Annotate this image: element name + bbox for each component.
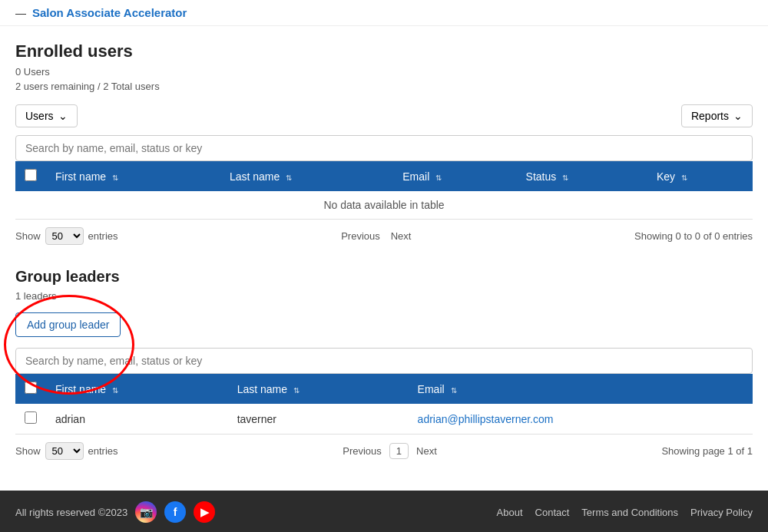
users-remaining: 2 users remaining / 2 Total users (15, 81, 753, 92)
leaders-firstname-sort-icon[interactable]: ⇅ (112, 386, 118, 395)
enrolled-entries-label: entries (88, 230, 118, 242)
email-sort-icon[interactable]: ⇅ (435, 173, 442, 182)
enrolled-next-btn[interactable]: Next (388, 229, 415, 243)
leaders-current-page: 1 (389, 443, 409, 459)
leaders-show-entries: Show 50 25 10 entries (15, 442, 118, 460)
leaders-table-footer: Show 50 25 10 entries Previous 1 Next Sh… (15, 435, 753, 468)
enrolled-toolbar: Users ⌄ Reports ⌄ (15, 104, 753, 127)
users-dropdown-label: Users (25, 110, 54, 122)
brand-link[interactable]: Salon Associate Accelerator (32, 6, 187, 19)
add-group-leader-button[interactable]: Add group leader (15, 312, 121, 337)
enrolled-showing-info: Showing 0 to 0 of 0 entries (634, 230, 753, 242)
footer-link-about[interactable]: About (497, 507, 523, 518)
enrolled-entries-select[interactable]: 50 25 10 (45, 227, 84, 245)
leaders-search-input[interactable] (15, 348, 753, 374)
group-leaders-section: Group leaders 1 leaders Add group leader… (15, 268, 753, 468)
reports-dropdown-chevron: ⌄ (733, 110, 743, 122)
leaders-select-all-checkbox[interactable] (25, 382, 37, 394)
enrolled-col-firstname: First name ⇅ (46, 161, 220, 191)
youtube-icon[interactable]: ▶ (194, 501, 215, 523)
enrolled-col-lastname: Last name ⇅ (220, 161, 393, 191)
enrolled-no-data-message: No data available in table (15, 191, 753, 220)
row-checkbox-cell (15, 404, 46, 435)
page-footer: All rights reserved ©2023 📷 f ▶ About Co… (0, 491, 768, 532)
group-leaders-title: Group leaders (15, 268, 753, 286)
row-lastname: taverner (228, 404, 409, 435)
leaders-entries-select[interactable]: 50 25 10 (45, 442, 84, 460)
status-sort-icon[interactable]: ⇅ (562, 173, 568, 182)
enrolled-col-email: Email ⇅ (393, 161, 516, 191)
reports-dropdown-button[interactable]: Reports ⌄ (681, 104, 753, 127)
row-email-link[interactable]: adrian@phillipstaverner.com (418, 413, 554, 425)
leaders-table: First name ⇅ Last name ⇅ Email ⇅ (15, 374, 753, 435)
user-count: 0 Users (15, 66, 753, 78)
brand-prefix: — (15, 7, 26, 19)
leaders-showing-info: Showing page 1 of 1 (661, 445, 753, 457)
enrolled-users-section: Enrolled users 0 Users 2 users remaining… (15, 41, 753, 253)
leaders-col-lastname: Last name ⇅ (228, 374, 409, 404)
footer-right: About Contact Terms and Conditions Priva… (497, 507, 753, 518)
footer-social: 📷 f ▶ (135, 501, 215, 523)
main-content: Enrolled users 0 Users 2 users remaining… (0, 26, 768, 475)
row-checkbox[interactable] (25, 411, 37, 424)
enrolled-users-title: Enrolled users (15, 41, 753, 61)
users-dropdown-button[interactable]: Users ⌄ (15, 104, 78, 127)
key-sort-icon[interactable]: ⇅ (681, 173, 687, 182)
facebook-icon[interactable]: f (164, 501, 186, 523)
top-bar: — Salon Associate Accelerator (0, 0, 768, 26)
lastname-sort-icon[interactable]: ⇅ (286, 173, 292, 182)
enrolled-select-all-checkbox[interactable] (25, 169, 37, 181)
leaders-entries-label: entries (88, 445, 118, 457)
enrolled-col-status: Status ⇅ (517, 161, 647, 191)
enrolled-select-all-header (15, 161, 46, 191)
footer-copyright: All rights reserved ©2023 (15, 507, 127, 518)
leaders-col-email: Email ⇅ (409, 374, 753, 404)
leaders-select-all-header (15, 374, 46, 404)
enrolled-show-label: Show (15, 230, 41, 242)
footer-link-terms[interactable]: Terms and Conditions (581, 507, 678, 518)
footer-link-privacy[interactable]: Privacy Policy (690, 507, 753, 518)
leaders-next-btn[interactable]: Next (413, 444, 440, 458)
enrolled-no-data-row: No data available in table (15, 191, 753, 220)
enrolled-col-key: Key ⇅ (647, 161, 753, 191)
leaders-lastname-sort-icon[interactable]: ⇅ (293, 386, 300, 395)
enrolled-previous-btn[interactable]: Previous (338, 229, 383, 243)
table-row: adrian taverner adrian@phillipstaverner.… (15, 404, 753, 435)
enrolled-table-footer: Show 50 25 10 entries Previous Next Show… (15, 220, 753, 253)
leaders-pagination: Previous 1 Next (339, 443, 440, 459)
footer-link-contact[interactable]: Contact (535, 507, 570, 518)
enrolled-pagination: Previous Next (338, 229, 414, 243)
firstname-sort-icon[interactable]: ⇅ (112, 173, 118, 182)
enrolled-users-table: First name ⇅ Last name ⇅ Email ⇅ Statu (15, 161, 753, 220)
enrolled-show-entries: Show 50 25 10 entries (15, 227, 118, 245)
leaders-show-label: Show (15, 445, 41, 457)
leaders-previous-btn[interactable]: Previous (339, 444, 385, 458)
leaders-count: 1 leaders (15, 290, 753, 302)
row-email: adrian@phillipstaverner.com (409, 404, 753, 435)
row-firstname: adrian (46, 404, 228, 435)
reports-dropdown-label: Reports (691, 110, 729, 122)
users-dropdown-chevron: ⌄ (58, 110, 68, 122)
enrolled-search-input[interactable] (15, 135, 753, 161)
footer-left: All rights reserved ©2023 📷 f ▶ (15, 501, 215, 523)
leaders-col-firstname: First name ⇅ (46, 374, 228, 404)
instagram-icon[interactable]: 📷 (135, 501, 157, 523)
leaders-email-sort-icon[interactable]: ⇅ (451, 386, 457, 395)
